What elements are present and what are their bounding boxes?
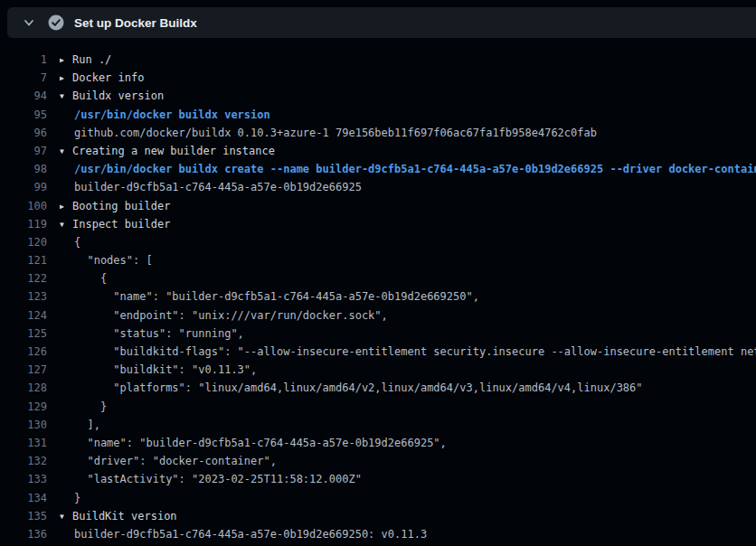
log-area: 1▶Run ./7▶Docker info94▼Buildx version95… <box>0 38 756 546</box>
log-line: 120{ <box>7 233 756 251</box>
log-line: 98/usr/bin/docker buildx create --name b… <box>7 160 756 178</box>
log-group-toggle[interactable]: ▶Docker info <box>60 69 144 88</box>
log-group-title: Booting builder <box>72 200 170 212</box>
log-group-toggle[interactable]: ▶Booting builder <box>60 197 170 216</box>
log-group-title: Docker info <box>72 71 144 84</box>
log-line: 128 "platforms": "linux/amd64,linux/amd6… <box>7 379 756 397</box>
log-group-title: Creating a new builder instance <box>72 145 275 157</box>
log-group-title: Buildx version <box>72 89 164 102</box>
log-lines: 1▶Run ./7▶Docker info94▼Buildx version95… <box>7 51 756 543</box>
line-number[interactable]: 124 <box>7 306 47 325</box>
log-output-text: "platforms": "linux/amd64,linux/amd64/v2… <box>60 379 643 397</box>
triangle-down-icon: ▼ <box>60 508 72 526</box>
log-output-text: "name": "builder-d9cfb5a1-c764-445a-a57e… <box>60 434 447 452</box>
triangle-down-icon: ▼ <box>60 216 72 234</box>
log-line: 119▼Inspect builder <box>7 215 756 233</box>
log-line: 134} <box>7 489 756 507</box>
log-line: 122 { <box>7 269 756 287</box>
log-command-text: /usr/bin/docker buildx create --name bui… <box>60 160 756 178</box>
triangle-down-icon: ▼ <box>60 143 72 161</box>
log-line: 123 "name": "builder-d9cfb5a1-c764-445a-… <box>7 287 756 306</box>
log-output-text: builder-d9cfb5a1-c764-445a-a57e-0b19d2e6… <box>60 525 427 543</box>
line-number[interactable]: 122 <box>7 269 47 287</box>
log-line: 7▶Docker info <box>7 69 756 87</box>
line-number[interactable]: 96 <box>7 124 47 142</box>
log-line: 1▶Run ./ <box>7 51 756 69</box>
line-number[interactable]: 132 <box>7 452 47 470</box>
line-number[interactable]: 94 <box>7 87 47 105</box>
log-output-text: "driver": "docker-container", <box>60 452 277 470</box>
line-number[interactable]: 98 <box>7 160 47 178</box>
line-number[interactable]: 136 <box>7 525 47 543</box>
log-group-toggle[interactable]: ▶Run ./ <box>60 51 111 70</box>
line-number[interactable]: 131 <box>7 434 47 452</box>
line-number[interactable]: 127 <box>7 361 47 379</box>
line-number[interactable]: 7 <box>7 69 47 87</box>
log-line: 131 "name": "builder-d9cfb5a1-c764-445a-… <box>7 434 756 452</box>
log-line: 136builder-d9cfb5a1-c764-445a-a57e-0b19d… <box>7 525 756 543</box>
check-circle-icon <box>48 14 64 31</box>
log-group-title: Inspect builder <box>72 218 170 231</box>
log-output-text: "status": "running", <box>60 325 244 343</box>
line-number[interactable]: 99 <box>7 178 47 196</box>
log-line: 125 "status": "running", <box>7 325 756 343</box>
line-number[interactable]: 126 <box>7 343 47 361</box>
log-output-text: "nodes": [ <box>60 251 153 269</box>
line-number[interactable]: 95 <box>7 106 47 124</box>
log-group-title: Run ./ <box>72 53 111 66</box>
log-line: 100▶Booting builder <box>7 197 756 215</box>
log-output-text: "endpoint": "unix:///var/run/docker.sock… <box>60 306 388 325</box>
line-number[interactable]: 120 <box>7 233 47 251</box>
line-number[interactable]: 125 <box>7 325 47 343</box>
log-line: 99builder-d9cfb5a1-c764-445a-a57e-0b19d2… <box>7 178 756 196</box>
line-number[interactable]: 135 <box>7 507 47 525</box>
log-output-text: { <box>60 233 80 251</box>
line-number[interactable]: 100 <box>7 197 47 215</box>
log-line: 135▼BuildKit version <box>7 507 756 525</box>
log-line: 96github.com/docker/buildx 0.10.3+azure-… <box>7 124 756 142</box>
log-group-toggle[interactable]: ▼Buildx version <box>60 87 164 106</box>
log-command-text: /usr/bin/docker buildx version <box>60 106 270 124</box>
log-output-text: builder-d9cfb5a1-c764-445a-a57e-0b19d2e6… <box>60 178 362 196</box>
log-output-text: ], <box>60 416 100 434</box>
line-number[interactable]: 97 <box>7 142 47 160</box>
log-line: 132 "driver": "docker-container", <box>7 452 756 470</box>
log-output-text: "lastActivity": "2023-02-25T11:58:12.000… <box>60 470 362 488</box>
line-number[interactable]: 119 <box>7 215 47 233</box>
log-line: 94▼Buildx version <box>7 87 756 105</box>
log-output-text: "buildkitd-flags": "--allow-insecure-ent… <box>60 343 756 361</box>
log-line: 97▼Creating a new builder instance <box>7 142 756 160</box>
log-output-text: } <box>60 398 107 416</box>
log-line: 126 "buildkitd-flags": "--allow-insecure… <box>7 343 756 361</box>
log-output-text: "name": "builder-d9cfb5a1-c764-445a-a57e… <box>60 287 479 306</box>
log-line: 130 ], <box>7 416 756 434</box>
log-output-text: } <box>60 489 80 507</box>
triangle-down-icon: ▼ <box>60 88 72 106</box>
triangle-right-icon: ▶ <box>60 52 72 70</box>
log-group-toggle[interactable]: ▼BuildKit version <box>60 507 177 526</box>
log-line: 124 "endpoint": "unix:///var/run/docker.… <box>7 306 756 325</box>
line-number[interactable]: 133 <box>7 470 47 488</box>
line-number[interactable]: 129 <box>7 398 47 416</box>
log-group-toggle[interactable]: ▼Creating a new builder instance <box>60 142 275 161</box>
log-output-text: { <box>60 269 107 287</box>
line-number[interactable]: 123 <box>7 287 47 306</box>
log-line: 129 } <box>7 398 756 416</box>
line-number[interactable]: 121 <box>7 251 47 269</box>
log-line: 95/usr/bin/docker buildx version <box>7 106 756 124</box>
log-group-title: BuildKit version <box>72 510 177 522</box>
log-line: 133 "lastActivity": "2023-02-25T11:58:12… <box>7 470 756 488</box>
triangle-right-icon: ▶ <box>60 198 72 216</box>
log-line: 127 "buildkit": "v0.11.3", <box>7 361 756 379</box>
line-number[interactable]: 134 <box>7 489 47 507</box>
line-number[interactable]: 130 <box>7 416 47 434</box>
collapse-step-button[interactable] <box>19 13 39 33</box>
triangle-right-icon: ▶ <box>60 70 72 88</box>
log-output-text: "buildkit": "v0.11.3", <box>60 361 257 379</box>
log-output-text: github.com/docker/buildx 0.10.3+azure-1 … <box>60 124 597 142</box>
line-number[interactable]: 1 <box>7 51 47 69</box>
step-header[interactable]: Set up Docker Buildx <box>7 7 756 38</box>
step-title: Set up Docker Buildx <box>74 16 197 30</box>
log-group-toggle[interactable]: ▼Inspect builder <box>60 215 170 234</box>
line-number[interactable]: 128 <box>7 379 47 397</box>
